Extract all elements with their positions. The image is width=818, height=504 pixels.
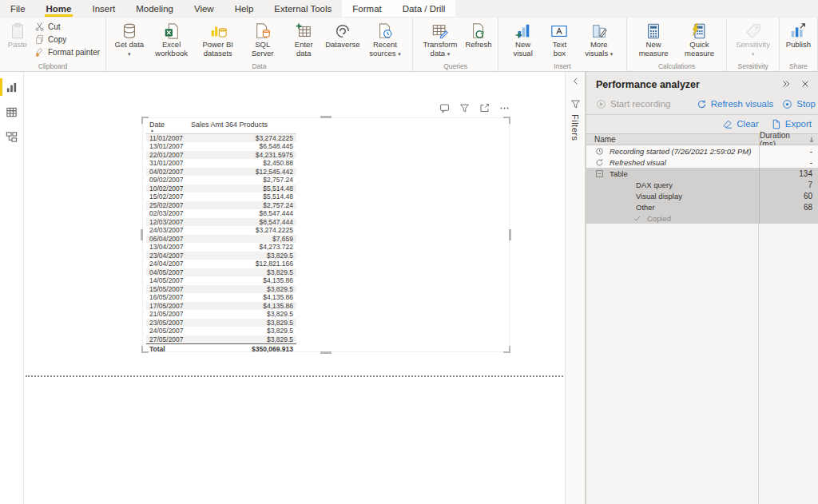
menu-tab[interactable]: Help	[224, 0, 264, 17]
table-row[interactable]: 06/04/2007 $7,659	[146, 235, 296, 244]
ribbon-button[interactable]: Transform data ▾	[417, 19, 463, 59]
ribbon-button[interactable]: Excel workbook ▾	[149, 19, 195, 58]
ribbon-button[interactable]: Text box ▾	[543, 19, 576, 58]
copy-button[interactable]: Copy	[34, 34, 100, 45]
ribbon-button[interactable]: New visual ▾	[502, 19, 543, 58]
ribbon-button[interactable]: New measure ▾	[631, 19, 677, 58]
resize-handle-top[interactable]	[320, 116, 332, 118]
ribbon-button[interactable]: More visuals ▾	[576, 19, 622, 59]
filters-pane-label: Filters	[570, 114, 580, 141]
menu-tab[interactable]: Home	[36, 0, 82, 17]
collapse-row-icon	[595, 169, 605, 178]
menu-tab[interactable]: File	[0, 0, 36, 17]
resize-handle-bottom-right[interactable]	[503, 346, 510, 353]
ribbon-button[interactable]: Enter data ▾	[284, 19, 324, 58]
pa-event-row[interactable]: Other 68	[586, 201, 818, 212]
resize-handle-bottom[interactable]	[320, 351, 332, 354]
data-table: Date ▲ Sales Amt 364 Products 11/01/2007…	[146, 121, 296, 355]
filter-funnel-icon[interactable]	[459, 103, 470, 113]
ribbon-group-label: Queries	[413, 62, 498, 70]
ribbon-button[interactable]: Quick measure ▾	[676, 19, 722, 58]
ribbon-button[interactable]: Recent sources ▾	[362, 19, 408, 59]
refresh-visuals-button[interactable]: Refresh visuals	[697, 99, 774, 109]
menu-tab[interactable]: View	[184, 0, 224, 17]
resize-handle-top-right[interactable]	[503, 117, 510, 124]
ribbon-button[interactable]: Publish ▾	[784, 19, 813, 50]
menu-tab[interactable]: Modeling	[125, 0, 184, 17]
table-row[interactable]: 23/05/2007 $3,829.5	[146, 319, 296, 327]
stop-button[interactable]: Stop	[782, 99, 816, 109]
column-header-date[interactable]: Date ▲	[146, 121, 188, 133]
pa-event-row[interactable]: Visual display 60	[586, 190, 818, 201]
new-measure-icon	[645, 21, 662, 41]
ribbon: Paste Cut Copy Format painter Clipboard	[0, 18, 818, 72]
ribbon-button[interactable]: Refresh ▾	[463, 19, 494, 50]
report-canvas[interactable]: Date ▲ Sales Amt 364 Products 11/01/2007…	[24, 72, 565, 504]
ribbon-button[interactable]: Power BI datasets ▾	[195, 19, 241, 58]
menubar: File Home Insert Modeling View Help Exte…	[0, 0, 818, 18]
table-row[interactable]: 25/02/2007 $2,757.24	[146, 201, 296, 210]
ribbon-button[interactable]: SQL Server ▾	[241, 19, 284, 58]
more-options-icon[interactable]	[499, 103, 510, 113]
table-row[interactable]: 12/03/2007 $8,547.444	[146, 218, 296, 227]
transform-data-icon	[431, 21, 449, 41]
table-row[interactable]: 09/02/2007 $2,757.24	[146, 176, 296, 185]
duration-column-header[interactable]: Duration (ms)	[759, 134, 818, 145]
format-painter-button[interactable]: Format painter	[34, 47, 100, 58]
table-row[interactable]: 10/02/2007 $5,514.48	[146, 185, 296, 193]
pa-event-row[interactable]: Copied	[586, 212, 818, 224]
table-row[interactable]: 24/04/2007 $12,821.166	[146, 260, 296, 268]
comment-icon[interactable]	[439, 103, 450, 113]
table-row[interactable]: 04/05/2007 $3,829.5	[146, 268, 296, 277]
table-row[interactable]: 11/01/2007 $3,274.2225	[146, 133, 296, 142]
start-recording-button[interactable]: Start recording	[596, 99, 670, 109]
resize-handle-left[interactable]	[141, 229, 143, 240]
pa-event-row[interactable]: Refreshed visual -	[586, 157, 818, 168]
table-row[interactable]: 13/04/2007 $4,273.722	[146, 243, 296, 252]
table-row[interactable]: 04/02/2007 $12,545.442	[146, 168, 296, 177]
data-view-icon	[6, 106, 18, 118]
pa-event-table: Name Duration (ms) Recording started (7/…	[586, 133, 818, 504]
table-row[interactable]: 15/05/2007 $3,829.5	[146, 285, 296, 294]
clear-button[interactable]: Clear	[722, 119, 758, 129]
table-row[interactable]: 15/02/2007 $5,514.48	[146, 192, 296, 201]
menu-tab[interactable]: External Tools	[264, 0, 342, 17]
ribbon-button[interactable]: Sensitivity ▾	[731, 19, 774, 59]
view-rail-item[interactable]	[0, 127, 23, 146]
close-pane-icon[interactable]	[800, 79, 810, 89]
cut-button[interactable]: Cut	[34, 22, 100, 32]
table-row[interactable]: 24/03/2007 $3,274.2225	[146, 226, 296, 235]
collapse-pane-icon[interactable]	[781, 79, 791, 89]
table-row[interactable]: 21/05/2007 $3,829.5	[146, 310, 296, 319]
pa-event-row[interactable]: Table 134	[586, 168, 818, 179]
table-row[interactable]: 14/05/2007 $4,135.86	[146, 276, 296, 285]
view-rail-item[interactable]	[0, 77, 23, 97]
column-header-amount[interactable]: Sales Amt 364 Products	[188, 121, 296, 133]
table-row[interactable]: 02/03/2007 $8,547.444	[146, 209, 296, 218]
table-row[interactable]: 24/05/2007 $3,829.5	[146, 327, 296, 335]
view-rail-item[interactable]	[0, 102, 23, 121]
name-column-header[interactable]: Name	[586, 135, 759, 144]
resize-handle-right[interactable]	[509, 229, 511, 240]
table-row[interactable]: 27/05/2007 $3,829.5	[146, 335, 296, 344]
paste-button[interactable]: Paste	[4, 19, 31, 50]
ribbon-button[interactable]: Get data ▾	[110, 19, 149, 59]
menu-tab[interactable]: Format	[342, 0, 391, 17]
pa-event-row[interactable]: Recording started (7/26/2021 2:59:02 PM)…	[586, 145, 818, 157]
menu-tab[interactable]: Data / Drill	[392, 0, 456, 17]
table-row[interactable]: 22/01/2007 $4,231.5975	[146, 151, 296, 160]
ribbon-button[interactable]: Dataverse ▾	[324, 19, 362, 50]
table-row[interactable]: 31/01/2007 $2,450.88	[146, 159, 296, 168]
expand-filters-icon[interactable]	[570, 76, 581, 86]
filters-pane-collapsed[interactable]: Filters	[565, 72, 586, 504]
focus-mode-icon[interactable]	[479, 103, 490, 113]
table-row[interactable]: 23/04/2007 $3,829.5	[146, 252, 296, 260]
table-row[interactable]: 17/05/2007 $4,135.86	[146, 302, 296, 311]
table-row[interactable]: 16/05/2007 $4,135.86	[146, 293, 296, 302]
export-button[interactable]: Export	[771, 119, 812, 129]
table-row[interactable]: 13/01/2007 $6,548.445	[146, 142, 296, 151]
pa-event-row[interactable]: DAX query 7	[586, 179, 818, 190]
format-painter-icon	[34, 47, 45, 58]
table-visual[interactable]: Date ▲ Sales Amt 364 Products 11/01/2007…	[142, 117, 510, 352]
menu-tab[interactable]: Insert	[81, 0, 125, 17]
